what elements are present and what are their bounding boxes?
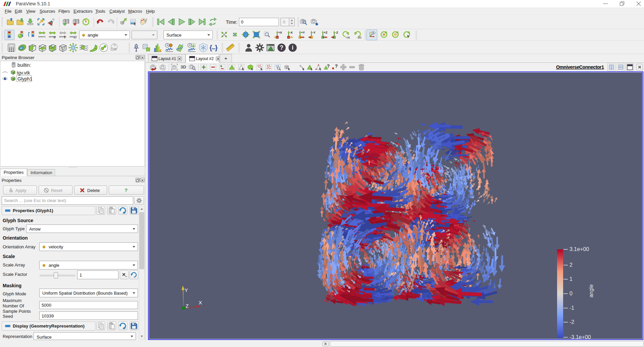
svg-text:3.1e+00: 3.1e+00: [569, 246, 589, 252]
svg-text:i: i: [292, 44, 294, 51]
svg-text:-Z: -Z: [335, 31, 338, 34]
svg-text:1: 1: [569, 276, 573, 282]
svg-text:Y: Y: [185, 287, 188, 293]
svg-text:-X: -X: [290, 31, 293, 34]
svg-text:c: c: [54, 35, 56, 39]
svg-text:-Y: -Y: [312, 31, 315, 34]
svg-text:angle: angle: [588, 284, 594, 297]
svg-text:Z: Z: [186, 303, 189, 309]
svg-text:0: 0: [569, 291, 573, 296]
svg-text:-2: -2: [569, 319, 574, 325]
svg-text:X: X: [199, 300, 202, 305]
svg-text:+Z: +Z: [324, 31, 328, 34]
svg-text:+Y: +Y: [301, 31, 305, 34]
svg-text:-1: -1: [569, 305, 574, 311]
svg-text:-90: -90: [357, 36, 361, 39]
svg-text:?: ?: [280, 44, 284, 51]
svg-text:{: {: [209, 44, 212, 51]
svg-text:?: ?: [327, 64, 330, 69]
svg-text:2: 2: [569, 262, 573, 268]
svg-text:-3.1e+00: -3.1e+00: [569, 334, 591, 339]
svg-text:}: }: [215, 44, 218, 51]
svg-text:+90: +90: [345, 36, 350, 39]
svg-text:?: ?: [335, 64, 338, 69]
svg-text:+X: +X: [278, 31, 282, 34]
